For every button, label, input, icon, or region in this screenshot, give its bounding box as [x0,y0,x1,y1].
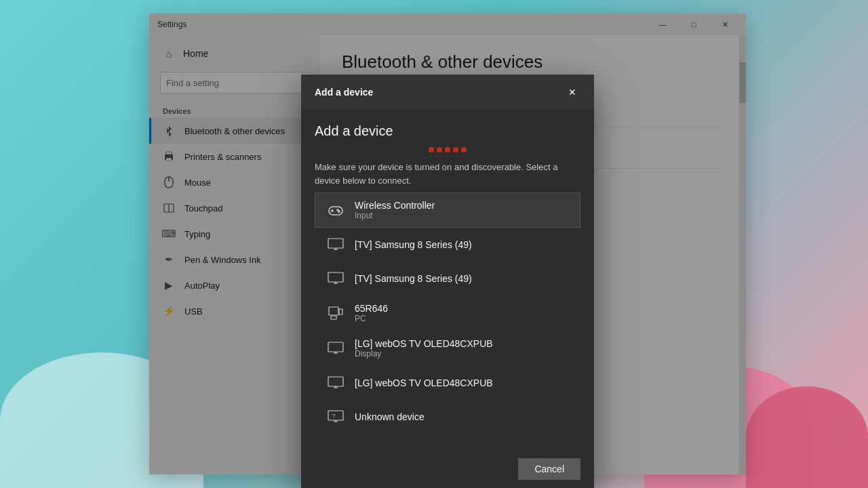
unknown-device-icon: ? [326,407,345,426]
monitor-icon [326,339,345,358]
device-name: Wireless Controller [355,200,435,211]
device-name: [TV] Samsung 8 Series (49) [355,273,472,284]
modal-close-button[interactable]: ✕ [564,84,580,100]
modal-header-title: Add a device [315,87,373,98]
svg-rect-16 [328,239,343,248]
loading-dot [461,147,467,152]
add-device-modal: Add a device ✕ Add a device Make sure yo… [301,75,594,488]
modal-description: Make sure your device is turned on and d… [315,161,580,187]
device-name: 65R646 [355,303,388,314]
desktop-icon [326,304,345,323]
device-name: Unknown device [355,411,425,422]
svg-point-15 [338,211,340,212]
device-name: [LG] webOS TV OLED48CXPUB [355,338,493,349]
list-item[interactable]: 65R646 PC [315,296,580,331]
cancel-button[interactable]: Cancel [518,458,580,480]
settings-window: Settings — □ ✕ ⌂ Home Devices [149,14,746,474]
svg-point-14 [337,209,338,211]
modal-overlay: Add a device ✕ Add a device Make sure yo… [149,14,746,474]
loading-indicator [315,147,580,152]
svg-rect-31 [328,411,343,420]
svg-rect-19 [328,272,343,282]
modal-heading: Add a device [315,123,580,139]
list-item[interactable]: Wireless Controller Input [315,192,580,228]
list-item[interactable]: [TV] Samsung 8 Series (49) [315,228,580,262]
device-type: Display [355,349,493,359]
device-info: [LG] webOS TV OLED48CXPUB [355,378,493,388]
device-type: Input [355,211,435,220]
device-name: [LG] webOS TV OLED48CXPUB [355,378,493,388]
device-name: [TV] Samsung 8 Series (49) [355,239,472,250]
loading-dot [429,147,434,152]
monitor-icon [326,269,345,288]
list-item[interactable]: [LG] webOS TV OLED48CXPUB [315,366,580,400]
device-type: PC [355,314,388,323]
device-info: [TV] Samsung 8 Series (49) [355,239,472,250]
svg-rect-23 [331,316,336,319]
loading-dot [453,147,458,152]
loading-dot [445,147,450,152]
device-info: [TV] Samsung 8 Series (49) [355,273,472,284]
svg-rect-28 [328,377,343,386]
monitor-icon [326,373,345,392]
svg-text:?: ? [332,413,336,419]
device-info: [LG] webOS TV OLED48CXPUB Display [355,338,493,359]
svg-rect-24 [339,309,342,314]
device-info: Wireless Controller Input [355,200,435,220]
modal-footer: Cancel [301,447,594,488]
list-item[interactable]: ? Unknown device [315,400,580,434]
modal-header: Add a device ✕ [301,75,594,110]
modal-body: Add a device Make sure your device is tu… [301,110,594,447]
gamepad-icon [326,201,345,220]
list-item[interactable]: [TV] Samsung 8 Series (49) [315,262,580,296]
modal-device-list: Wireless Controller Input [315,192,580,434]
list-item[interactable]: [LG] webOS TV OLED48CXPUB Display [315,331,580,366]
device-info: Unknown device [355,411,425,422]
monitor-icon [326,235,345,254]
svg-rect-22 [329,307,338,315]
device-info: 65R646 PC [355,303,388,323]
loading-dot [437,147,442,152]
svg-rect-25 [328,342,343,352]
